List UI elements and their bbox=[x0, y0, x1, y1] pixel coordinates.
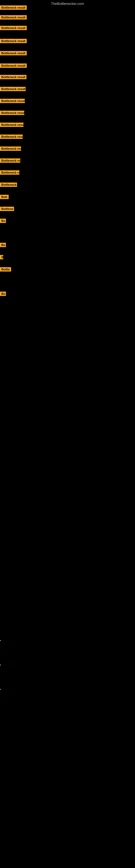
bottleneck-result-label: Bottleneck result bbox=[0, 26, 27, 30]
bottleneck-result-label: Bottleneck result bbox=[0, 51, 27, 55]
chart-bar bbox=[0, 664, 1, 665]
bottleneck-result-label: Bott bbox=[0, 195, 9, 199]
bottleneck-result-label: Bottleneck result bbox=[0, 39, 27, 43]
bottleneck-result-label: Bottleneck result bbox=[0, 15, 27, 20]
bottleneck-result-label: Bottleneck result bbox=[0, 5, 27, 10]
bottleneck-result-label: Bottleneck result bbox=[0, 87, 26, 91]
chart-bar bbox=[0, 689, 1, 690]
bottleneck-result-label: Bottleneck bbox=[0, 183, 17, 187]
bottleneck-result-label: Bo bbox=[0, 291, 6, 296]
bottleneck-result-label: Bottleneck res bbox=[0, 170, 19, 175]
bottleneck-result-label: Bottleneck res bbox=[0, 147, 21, 151]
bottleneck-result-label: Bo bbox=[0, 219, 6, 223]
bottleneck-result-label: Bottleneck result bbox=[0, 123, 24, 127]
bottleneck-result-label: Bottleneck result bbox=[0, 63, 27, 68]
bottleneck-result-label: Bo bbox=[0, 243, 6, 247]
bottleneck-result-label: B bbox=[0, 255, 3, 259]
bottleneck-result-label: Bottleneck result bbox=[0, 134, 23, 139]
bottleneck-result-label: Bottleneck result bbox=[0, 75, 27, 79]
chart-bar bbox=[0, 640, 1, 641]
bottleneck-result-label: Bottlene bbox=[0, 207, 14, 211]
bottleneck-result-label: Bottleneck result bbox=[0, 99, 25, 103]
bottleneck-result-label: Bottleneck res bbox=[0, 158, 20, 163]
bottleneck-result-label: Bottle bbox=[0, 267, 11, 272]
bottleneck-result-label: Bottleneck result bbox=[0, 111, 24, 115]
